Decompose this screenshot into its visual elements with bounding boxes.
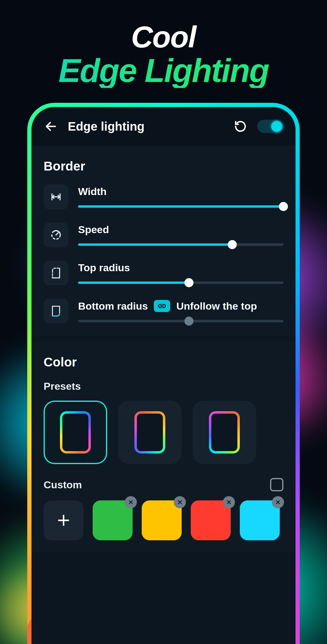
phone-rainbow-border: Edge lighting Border Width — [27, 103, 300, 644]
color-swatch-3[interactable] — [191, 500, 231, 540]
svg-line-5 — [56, 233, 58, 235]
remove-swatch-4[interactable] — [272, 496, 284, 508]
color-swatch-1[interactable] — [93, 500, 133, 540]
promo-headline: Cool Edge Lighting — [0, 21, 327, 88]
preset-2[interactable] — [118, 401, 182, 464]
color-swatch-4[interactable] — [240, 500, 280, 540]
speed-row: Speed — [44, 223, 283, 247]
top-radius-label: Top radius — [78, 262, 130, 274]
custom-swatch-row — [44, 500, 283, 540]
top-radius-icon — [44, 261, 68, 285]
unfollow-top-label: Unfollow the top — [176, 300, 257, 312]
remove-swatch-2[interactable] — [174, 496, 186, 508]
bottom-radius-label: Bottom radius — [78, 300, 148, 312]
close-icon — [226, 499, 232, 505]
plus-icon — [56, 513, 71, 528]
width-label: Width — [78, 186, 107, 197]
speed-label: Speed — [78, 224, 109, 236]
preset-row — [44, 401, 283, 464]
close-icon — [128, 499, 134, 505]
color-swatch-2[interactable] — [142, 500, 182, 540]
width-icon — [44, 184, 68, 209]
color-section: Color Presets Custom — [31, 342, 296, 552]
remove-swatch-3[interactable] — [223, 496, 235, 508]
reset-button[interactable] — [232, 118, 249, 135]
close-icon — [275, 499, 281, 505]
presets-label: Presets — [44, 380, 283, 392]
speed-icon — [44, 223, 68, 247]
app-bar: Edge lighting — [31, 107, 296, 146]
toggle-knob — [271, 121, 282, 132]
add-color-button[interactable] — [44, 500, 84, 540]
headline-line-1: Cool — [0, 21, 327, 53]
speed-slider[interactable] — [78, 243, 283, 246]
custom-checkbox[interactable] — [270, 478, 283, 491]
link-icon — [157, 303, 167, 309]
border-section: Border Width — [31, 146, 296, 336]
top-radius-slider[interactable] — [78, 281, 283, 284]
page-title: Edge lighting — [68, 120, 223, 133]
close-icon — [177, 499, 183, 505]
color-heading: Color — [44, 355, 283, 369]
bottom-radius-slider — [78, 320, 283, 322]
top-radius-row: Top radius — [44, 261, 283, 285]
preset-1[interactable] — [44, 401, 107, 464]
enable-toggle[interactable] — [257, 120, 283, 133]
bottom-radius-icon — [44, 299, 68, 324]
width-slider[interactable] — [78, 205, 283, 208]
headline-line-2: Edge Lighting — [0, 53, 327, 88]
refresh-icon — [234, 120, 247, 133]
bottom-radius-row: Bottom radius Unfollow the top — [44, 299, 283, 324]
custom-label: Custom — [44, 479, 82, 491]
preset-3[interactable] — [193, 401, 256, 464]
back-button[interactable] — [42, 118, 59, 135]
phone-screen: Edge lighting Border Width — [31, 107, 296, 644]
arrow-left-icon — [44, 120, 58, 133]
remove-swatch-1[interactable] — [125, 496, 137, 508]
link-top-bottom-toggle[interactable] — [154, 300, 170, 312]
border-heading: Border — [44, 159, 283, 174]
width-row: Width — [44, 184, 283, 209]
